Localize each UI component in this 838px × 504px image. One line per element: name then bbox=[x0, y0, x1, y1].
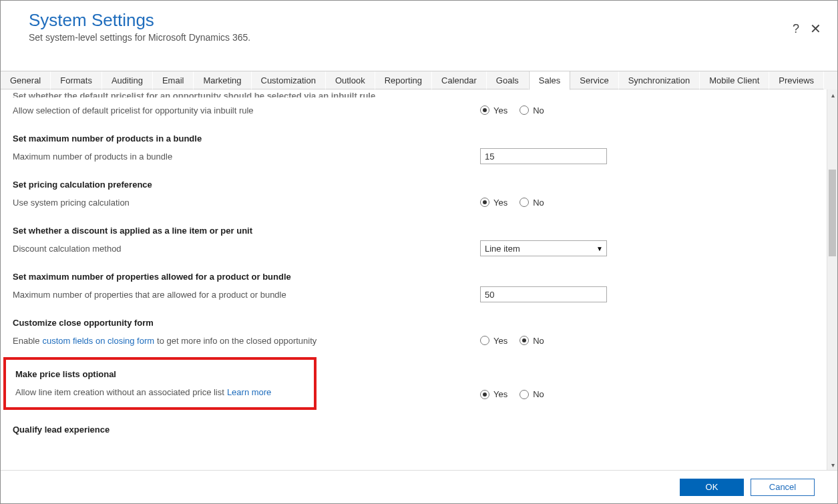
pricing-pref-no[interactable]: No bbox=[519, 198, 544, 208]
close-opp-radio-group: Yes No bbox=[480, 336, 654, 346]
section-max-bundle-heading: Set maximum number of products in a bund… bbox=[13, 134, 827, 144]
tab-mobile-client[interactable]: Mobile Client bbox=[700, 71, 769, 89]
tab-general[interactable]: General bbox=[1, 71, 51, 89]
default-pricelist-label: Allow selection of default pricelist for… bbox=[13, 105, 480, 115]
section-pricelists-optional-highlight: Make price lists optional Allow line ite… bbox=[3, 357, 317, 410]
dialog-header: System Settings Set system-level setting… bbox=[1, 1, 837, 53]
pricelists-learn-more-link[interactable]: Learn more bbox=[227, 387, 271, 397]
default-pricelist-radio-group: Yes No bbox=[480, 105, 654, 115]
close-opp-no[interactable]: No bbox=[519, 336, 544, 346]
default-pricelist-no[interactable]: No bbox=[519, 105, 544, 115]
max-bundle-label: Maximum number of products in a bundle bbox=[13, 152, 480, 162]
pricing-pref-radio-group: Yes No bbox=[480, 198, 654, 208]
content-area: Set whether the default pricelist for an… bbox=[1, 89, 837, 470]
pricelists-optional-yes[interactable]: Yes bbox=[480, 389, 507, 399]
scroll-up-arrow-icon[interactable]: ▴ bbox=[827, 89, 837, 100]
pricing-pref-label: Use system pricing calculation bbox=[13, 198, 480, 208]
pricing-pref-yes[interactable]: Yes bbox=[480, 198, 507, 208]
discount-method-select[interactable]: Line item bbox=[480, 240, 607, 256]
section-pricelists-optional-heading: Make price lists optional bbox=[15, 369, 314, 379]
max-props-label: Maximum number of properties that are al… bbox=[13, 290, 480, 300]
custom-fields-link[interactable]: custom fields on closing form bbox=[42, 336, 154, 346]
default-pricelist-yes[interactable]: Yes bbox=[480, 105, 507, 115]
dialog-subtitle: Set system-level settings for Microsoft … bbox=[29, 32, 824, 43]
tab-email[interactable]: Email bbox=[153, 71, 194, 89]
cancel-button[interactable]: Cancel bbox=[751, 479, 815, 496]
pricelists-optional-radio-group: Yes No bbox=[480, 389, 544, 399]
tab-calendar[interactable]: Calendar bbox=[432, 71, 487, 89]
pricelists-optional-no[interactable]: No bbox=[519, 389, 544, 399]
tab-customization[interactable]: Customization bbox=[252, 71, 326, 89]
tab-goals[interactable]: Goals bbox=[487, 71, 529, 89]
section-default-pricelist-heading: Set whether the default pricelist for an… bbox=[13, 89, 827, 97]
tab-sales[interactable]: Sales bbox=[529, 71, 571, 90]
section-qualify-lead-heading: Qualify lead experience bbox=[13, 425, 827, 435]
close-icon[interactable]: ✕ bbox=[810, 22, 821, 35]
section-pricing-pref-heading: Set pricing calculation preference bbox=[13, 180, 827, 190]
tab-previews[interactable]: Previews bbox=[769, 71, 824, 89]
max-bundle-input[interactable] bbox=[480, 148, 607, 164]
scroll-down-arrow-icon[interactable]: ▾ bbox=[827, 459, 837, 470]
section-close-opp-heading: Customize close opportunity form bbox=[13, 318, 827, 328]
tab-formats[interactable]: Formats bbox=[51, 71, 102, 89]
help-icon[interactable]: ? bbox=[793, 23, 799, 35]
vertical-scrollbar[interactable]: ▴ ▾ bbox=[827, 89, 837, 470]
section-discount-heading: Set whether a discount is applied as a l… bbox=[13, 226, 827, 236]
close-opp-label: Enable custom fields on closing form to … bbox=[13, 336, 480, 346]
dialog-footer: OK Cancel bbox=[1, 470, 837, 503]
pricelists-optional-label: Allow line item creation without an asso… bbox=[15, 387, 483, 397]
discount-label: Discount calculation method bbox=[13, 244, 480, 254]
tab-marketing[interactable]: Marketing bbox=[194, 71, 251, 89]
section-max-props-heading: Set maximum number of properties allowed… bbox=[13, 272, 827, 282]
tab-service[interactable]: Service bbox=[570, 71, 618, 89]
tab-reporting[interactable]: Reporting bbox=[375, 71, 432, 89]
ok-button[interactable]: OK bbox=[680, 479, 744, 496]
tab-outlook[interactable]: Outlook bbox=[326, 71, 375, 89]
close-opp-yes[interactable]: Yes bbox=[480, 336, 507, 346]
scroll-thumb[interactable] bbox=[829, 170, 836, 256]
max-props-input[interactable] bbox=[480, 286, 607, 302]
dialog-title: System Settings bbox=[29, 10, 824, 31]
tabs-bar: General Formats Auditing Email Marketing… bbox=[1, 71, 837, 89]
tab-auditing[interactable]: Auditing bbox=[102, 71, 153, 89]
tab-synchronization[interactable]: Synchronization bbox=[619, 71, 700, 89]
